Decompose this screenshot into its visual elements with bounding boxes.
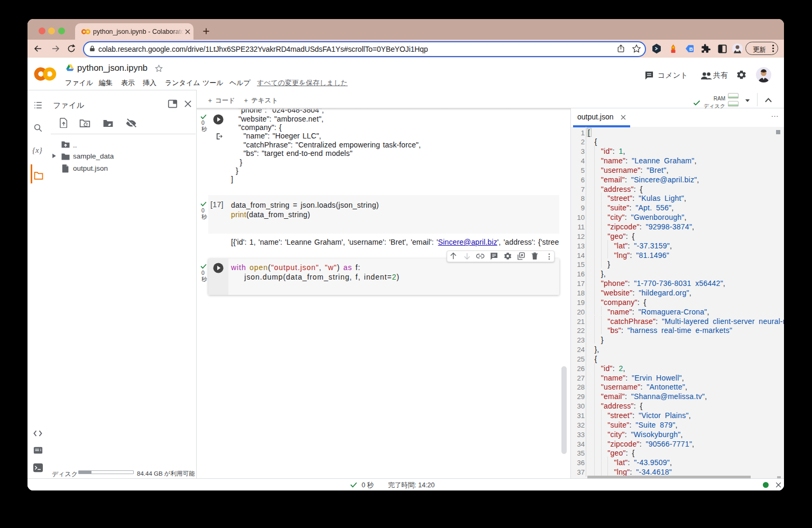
svg-text:B: B	[689, 46, 693, 52]
